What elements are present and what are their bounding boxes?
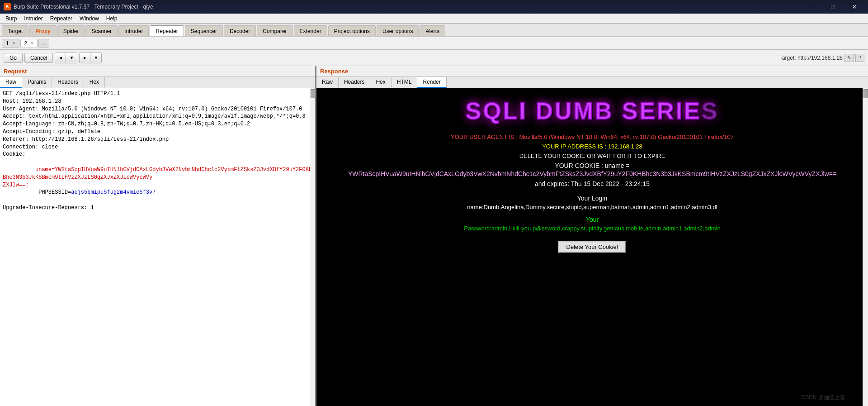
target-help-button[interactable]: ?	[855, 54, 864, 62]
tab-decoder[interactable]: Decoder	[224, 25, 256, 36]
subtab-more[interactable]: ...	[38, 39, 49, 48]
delete-cookie-msg: DELETE YOUR COOKIE OR WAIT FOR IT TO EXP…	[519, 153, 665, 159]
tab-alerts[interactable]: Alerts	[420, 25, 445, 36]
response-scrollbar[interactable]	[863, 88, 868, 406]
request-line-1: GET /sqli/Less-21/index.php HTTP/1.1	[3, 90, 312, 98]
response-tab-render[interactable]: Render	[417, 77, 446, 88]
cookie-value: YWRtaScpIHVuaW9uIHNlbGVjdCAxLGdyb3VwX2Nv…	[348, 170, 836, 177]
request-line-4: Accept: text/html,application/xhtml+xml,…	[3, 113, 312, 120]
request-line-2: Host: 192.168.1.28	[3, 98, 312, 105]
password-values: Password:admin,I-kill-you,p@ssword,crapp…	[464, 225, 721, 232]
response-scrollbar-thumb[interactable]	[863, 89, 868, 98]
repeater-sub-tabs: 1 × 2 × ...	[0, 37, 868, 50]
titlebar: B Burp Suite Professional v1.7.37 - Temp…	[0, 0, 868, 14]
tab-project-options[interactable]: Project options	[328, 25, 376, 36]
request-line-5: Accept-Language: zh-CN,zh;q=0.8,zh-TW;q=…	[3, 120, 312, 128]
request-line-8: Connection: close	[3, 143, 312, 151]
window-controls: ─ □ ✕	[802, 0, 864, 14]
your-label: Your	[586, 216, 599, 223]
nav-prev-group: ◄ ▼	[55, 53, 77, 63]
request-tab-raw[interactable]: Raw	[0, 77, 22, 88]
login-label: Your Login	[577, 195, 607, 202]
response-title: Response	[316, 66, 868, 77]
render-content: SQLI DUMB SERIES YOUR USER AGENT IS : Mo…	[316, 88, 868, 406]
tab-extender[interactable]: Extender	[294, 25, 327, 36]
main-content: Request Raw Params Headers Hex GET /sqli…	[0, 66, 868, 406]
subtab-2-close[interactable]: ×	[31, 41, 33, 46]
request-line-6: Accept-Encoding: gzip, deflate	[3, 128, 312, 136]
render-inner: SQLI DUMB SERIES YOUR USER AGENT IS : Mo…	[316, 88, 868, 406]
ip-line: YOUR IP ADDRESS IS : 192.168.1.28	[542, 143, 642, 150]
cookie-label: YOUR COOKIE : uname =	[555, 162, 629, 169]
uname-part: uname=YWRtaScpIHVuaW9uIHNlbGVjdCAxLGdyb3…	[3, 167, 312, 188]
request-line-cookie: uname=YWRtaScpIHVuaW9uIHNlbGVjdCAxLGdyb3…	[3, 158, 312, 204]
request-line-3: User-Agent: Mozilla/5.0 (Windows NT 10.0…	[3, 105, 312, 113]
ip-value: 192.168.1.28	[608, 143, 642, 150]
subtab-1-close[interactable]: ×	[13, 41, 15, 46]
maximize-button[interactable]: □	[823, 0, 843, 14]
response-tab-hex[interactable]: Hex	[370, 77, 391, 88]
delete-cookie-button[interactable]: Delete Your Cookie!	[558, 241, 627, 253]
toolbar-left: Go Cancel ◄ ▼ ► ▼	[4, 53, 102, 63]
go-button[interactable]: Go	[4, 53, 23, 63]
nav-next-group: ► ▼	[79, 53, 102, 63]
response-tabs: Raw Headers Hex HTML Render	[316, 77, 868, 88]
close-button[interactable]: ✕	[844, 0, 864, 14]
request-scrollbar[interactable]	[310, 88, 315, 406]
tab-spider[interactable]: Spider	[57, 25, 85, 36]
cancel-button[interactable]: Cancel	[24, 53, 53, 63]
response-tab-raw[interactable]: Raw	[316, 77, 339, 88]
phpsessid-value: aejs5bmipu5fug2m4vmie5f3v7	[71, 189, 156, 196]
tab-user-options[interactable]: User options	[377, 25, 419, 36]
sqli-title: SQLI DUMB SERIES	[466, 97, 719, 124]
expires-line: and expires: Thu 15 Dec 2022 - 23:24:15	[535, 180, 650, 187]
main-tab-bar: Target Proxy Spider Scanner Intruder Rep…	[0, 24, 868, 37]
menu-window[interactable]: Window	[76, 14, 103, 23]
request-tab-params[interactable]: Params	[22, 77, 52, 88]
nav-prev-dropdown[interactable]: ▼	[66, 53, 77, 63]
request-scrollbar-thumb[interactable]	[311, 89, 315, 98]
menu-repeater[interactable]: Repeater	[47, 14, 76, 23]
app-icon: B	[4, 3, 11, 10]
nav-prev-button[interactable]: ◄	[55, 53, 66, 63]
tab-scanner[interactable]: Scanner	[85, 25, 118, 36]
menubar: Burp Intruder Repeater Window Help	[0, 14, 868, 24]
response-tab-headers[interactable]: Headers	[339, 77, 370, 88]
tab-comparer[interactable]: Comparer	[257, 25, 292, 36]
user-agent-value: Mozilla/5.0 (Windows NT 10.0; Win64; x64…	[519, 134, 734, 140]
request-panel: Request Raw Params Headers Hex GET /sqli…	[0, 66, 316, 406]
tab-sequencer[interactable]: Sequencer	[185, 25, 223, 36]
request-line-7: Referer: http://192.168.1.28/sqli/Less-2…	[3, 136, 312, 143]
subtab-2-label: 2	[24, 40, 28, 47]
nav-next-dropdown[interactable]: ▼	[90, 53, 101, 63]
request-tab-headers[interactable]: Headers	[52, 77, 84, 88]
subtab-2[interactable]: 2 ×	[20, 39, 38, 48]
tab-proxy[interactable]: Proxy	[29, 25, 56, 36]
tab-intruder[interactable]: Intruder	[118, 25, 149, 36]
window-title: Burp Suite Professional v1.7.37 - Tempor…	[14, 4, 153, 10]
target-label: Target: http://192.168.1.28	[779, 55, 843, 61]
response-tab-html[interactable]: HTML	[392, 77, 418, 88]
user-agent-line: YOUR USER AGENT IS : Mozilla/5.0 (Window…	[451, 134, 734, 140]
tab-repeater[interactable]: Repeater	[150, 25, 184, 36]
request-tab-hex[interactable]: Hex	[84, 77, 105, 88]
request-line-9: Cookie:	[3, 151, 312, 158]
login-names: name:Dumb,Angelina,Dummy,secure,stupid,s…	[467, 204, 717, 210]
nav-next-button[interactable]: ►	[80, 53, 90, 63]
toolbar: Go Cancel ◄ ▼ ► ▼ Target: http://192.168…	[0, 50, 868, 66]
tab-target[interactable]: Target	[2, 25, 28, 36]
subtab-1-label: 1	[6, 40, 9, 47]
menu-burp[interactable]: Burp	[2, 14, 20, 23]
subtab-1[interactable]: 1 ×	[2, 39, 19, 48]
target-edit-button[interactable]: ✎	[844, 54, 854, 62]
minimize-button[interactable]: ─	[802, 0, 822, 14]
menu-help[interactable]: Help	[103, 14, 121, 23]
request-body[interactable]: GET /sqli/Less-21/index.php HTTP/1.1 Hos…	[0, 88, 315, 406]
phpsessid-label: PHPSESSID=	[35, 189, 71, 196]
request-title: Request	[0, 66, 315, 77]
request-tabs: Raw Params Headers Hex	[0, 77, 315, 88]
request-content: GET /sqli/Less-21/index.php HTTP/1.1 Hos…	[0, 88, 315, 406]
watermark: CSDN @伽蓝之堂	[801, 394, 845, 401]
ip-label: YOUR IP ADDRESS IS :	[542, 143, 608, 150]
menu-intruder[interactable]: Intruder	[20, 14, 46, 23]
